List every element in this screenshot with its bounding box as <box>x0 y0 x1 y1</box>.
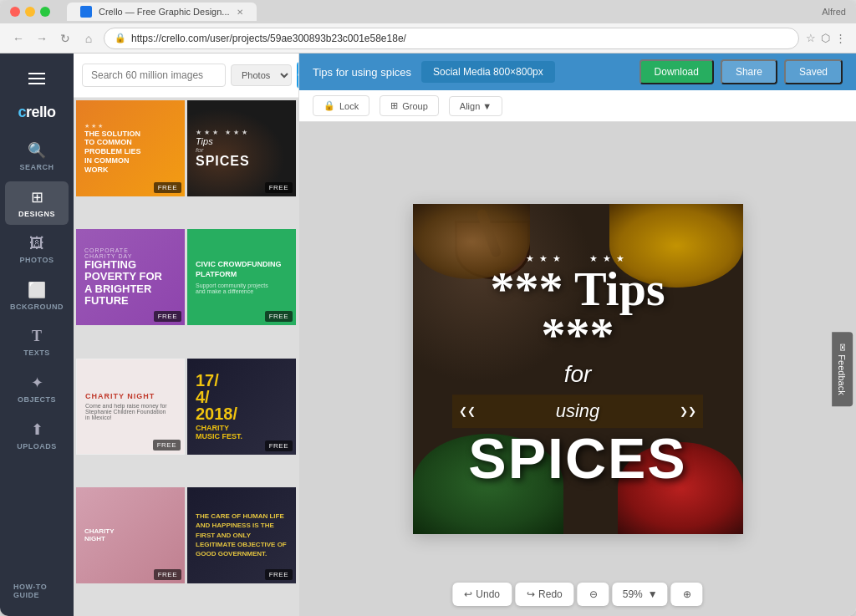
objects-icon: ✦ <box>31 374 43 392</box>
sidebar-label-photos: PHOTOS <box>20 256 54 264</box>
canvas-design[interactable]: ★★★ ★★★ *** Tips *** for ❮❮ using ❯❯ SPI… <box>413 204 743 534</box>
hamburger-menu[interactable] <box>22 64 52 94</box>
group-button[interactable]: ⊞ Group <box>380 95 439 116</box>
sidebar-item-search[interactable]: 🔍 SEARCH <box>5 135 69 178</box>
bottom-toolbar: ↩ Undo ↪ Redo ⊖ 59% ▼ ⊕ <box>452 583 702 606</box>
for-text: for <box>452 361 703 388</box>
toolbar-row: 🔒 Lock ⊞ Group Align ▼ <box>299 90 856 122</box>
sidebar-item-howto[interactable]: HOW-TO GUIDE <box>5 576 69 606</box>
design-panel: Photos ★ ★ ★ THE SOLUTIONTO COMMONPROBLE… <box>74 53 299 616</box>
sidebar-label-background: BCKGROUND <box>10 303 64 311</box>
maximize-button[interactable] <box>40 7 50 17</box>
canvas-text-overlay[interactable]: ★★★ ★★★ *** Tips *** for ❮❮ using ❯❯ SPI… <box>452 253 703 486</box>
designs-icon: ⊞ <box>31 188 43 206</box>
design-grid: ★ ★ ★ THE SOLUTIONTO COMMONPROBLEM LIESI… <box>74 98 298 616</box>
canvas-area[interactable]: ★★★ ★★★ *** Tips *** for ❮❮ using ❯❯ SPI… <box>299 122 856 616</box>
list-item[interactable]: Civic CrowdfundingPlatform Support commu… <box>187 229 296 325</box>
zoom-in-icon: ⊕ <box>683 588 691 600</box>
header-actions: Download Share Saved <box>639 59 843 84</box>
sidebar-item-texts[interactable]: T TEXTS <box>5 321 69 364</box>
redo-icon: ↪ <box>527 588 535 600</box>
free-badge: FREE <box>154 182 181 193</box>
address-bar[interactable]: 🔒 https://crello.com/user/projects/59ae3… <box>104 28 799 49</box>
sidebar-label-designs: DESIGNS <box>18 210 55 218</box>
undo-button[interactable]: ↩ Undo <box>452 583 512 606</box>
format-badge[interactable]: Social Media 800×800px <box>421 61 555 83</box>
undo-icon: ↩ <box>464 588 472 600</box>
share-button[interactable]: Share <box>721 59 777 84</box>
browser-titlebar: Crello — Free Graphic Design... ✕ Alfred <box>0 0 856 23</box>
download-button[interactable]: Download <box>639 59 714 84</box>
traffic-lights <box>10 7 50 17</box>
tab-title: Crello — Free Graphic Design... <box>99 7 230 17</box>
address-bar-actions: ☆ ⬡ ⋮ <box>806 32 846 44</box>
sidebar-item-uploads[interactable]: ⬆ UPLOADS <box>5 414 69 457</box>
lock-button[interactable]: 🔒 Lock <box>313 95 369 116</box>
zoom-out-button[interactable]: ⊖ <box>578 583 609 606</box>
redo-button[interactable]: ↪ Redo <box>515 583 574 606</box>
free-badge: FREE <box>265 440 293 451</box>
photos-dropdown[interactable]: Photos <box>231 64 292 86</box>
feedback-icon: ✉ <box>837 344 848 351</box>
browser-window: Crello — Free Graphic Design... ✕ Alfred… <box>0 0 856 616</box>
free-badge: FREE <box>154 569 181 580</box>
list-item[interactable]: 17/4/2018/ CharityMusic Fest. FREE <box>187 359 296 455</box>
forward-button[interactable]: → <box>33 30 50 47</box>
search-bar: Photos <box>74 53 298 98</box>
list-item[interactable]: CHARITY NIGHT Come and help raise money … <box>76 359 185 455</box>
free-badge: FREE <box>154 311 181 322</box>
main-header: Tips for using spices Social Media 800×8… <box>299 53 856 90</box>
free-badge: FREE <box>153 440 181 451</box>
sidebar-nav: crello 🔍 SEARCH ⊞ DESIGNS 🖼 PHOTOS ⬜ BCK… <box>0 53 74 616</box>
using-banner: ❮❮ using ❯❯ <box>452 395 703 428</box>
sidebar-label-search: SEARCH <box>19 163 54 171</box>
sidebar-item-designs[interactable]: ⊞ DESIGNS <box>5 181 69 225</box>
search-input[interactable] <box>82 64 226 87</box>
browser-user: Alfred <box>822 7 846 17</box>
sidebar-item-background[interactable]: ⬜ BCKGROUND <box>5 274 69 318</box>
close-button[interactable] <box>10 7 20 17</box>
list-item[interactable]: ★ ★ ★ THE SOLUTIONTO COMMONPROBLEM LIESI… <box>76 100 185 196</box>
spices-text: SPICES <box>452 431 703 486</box>
free-badge: FREE <box>265 311 293 322</box>
saved-button[interactable]: Saved <box>784 59 843 84</box>
zoom-in-button[interactable]: ⊕ <box>671 583 703 606</box>
tips-text: *** Tips *** <box>452 266 703 358</box>
refresh-button[interactable]: ↻ <box>57 30 74 47</box>
zoom-display[interactable]: 59% ▼ <box>613 583 668 606</box>
photos-icon: 🖼 <box>29 235 44 252</box>
free-badge: FREE <box>265 569 293 580</box>
search-icon: 🔍 <box>28 141 46 160</box>
tab-favicon <box>80 6 92 18</box>
list-item[interactable]: CORPORATE CHARITY DAY FIGHTINGPOVERTY FO… <box>76 229 185 325</box>
sidebar-label-uploads: UPLOADS <box>17 442 57 451</box>
sidebar-item-objects[interactable]: ✦ OBJECTS <box>5 367 69 410</box>
texts-icon: T <box>32 328 42 345</box>
home-button[interactable]: ⌂ <box>80 30 97 47</box>
address-bar-row: ← → ↻ ⌂ 🔒 https://crello.com/user/projec… <box>0 23 856 53</box>
background-icon: ⬜ <box>28 281 46 299</box>
chevron-down-icon: ▼ <box>648 588 658 600</box>
list-item[interactable]: ★★★ ★★★ Tips for SPICES FREE <box>187 100 296 196</box>
app-container: crello 🔍 SEARCH ⊞ DESIGNS 🖼 PHOTOS ⬜ BCK… <box>0 53 856 616</box>
list-item[interactable]: CHARITYNIGHT FREE <box>76 487 185 583</box>
sidebar-label-objects: OBJECTS <box>18 395 56 404</box>
sidebar-item-photos[interactable]: 🖼 PHOTOS <box>5 228 69 271</box>
project-name: Tips for using spices <box>313 66 411 79</box>
settings-icon[interactable]: ⋮ <box>835 32 846 44</box>
tab-close-icon[interactable]: ✕ <box>237 8 243 17</box>
main-area: Tips for using spices Social Media 800×8… <box>299 53 856 616</box>
feedback-tab[interactable]: ✉ Feedback <box>832 332 853 406</box>
back-button[interactable]: ← <box>10 30 27 47</box>
sidebar-label-texts: TEXTS <box>23 349 50 357</box>
minimize-button[interactable] <box>25 7 35 17</box>
list-item[interactable]: THE CARE OF HUMAN LIFE AND HAPPINESS IS … <box>187 487 296 583</box>
browser-tab[interactable]: Crello — Free Graphic Design... ✕ <box>67 3 257 21</box>
zoom-out-icon: ⊖ <box>589 588 598 600</box>
align-button[interactable]: Align ▼ <box>449 96 502 116</box>
feedback-label: Feedback <box>837 354 847 395</box>
lock-icon: 🔒 <box>324 100 335 111</box>
star-icon[interactable]: ☆ <box>806 32 816 44</box>
secure-icon: 🔒 <box>115 33 126 43</box>
layers-icon[interactable]: ⬡ <box>821 32 830 44</box>
